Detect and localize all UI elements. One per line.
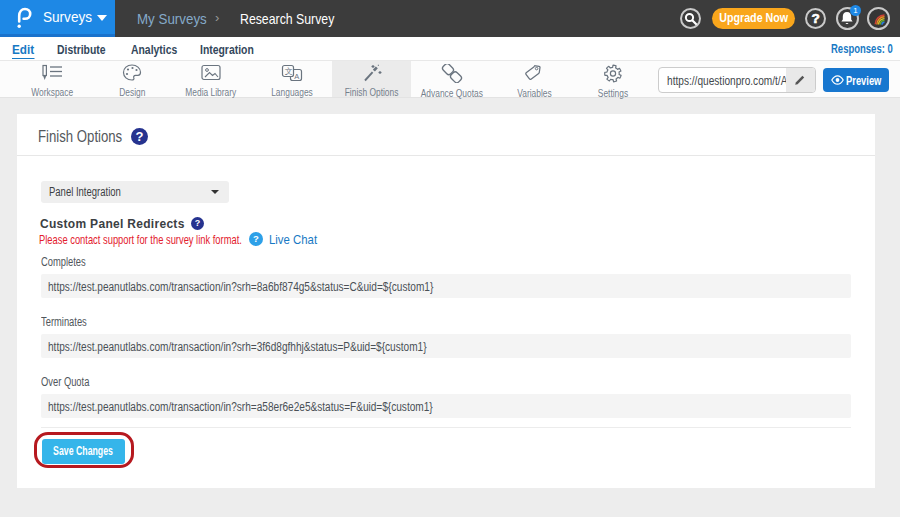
svg-text:文: 文 xyxy=(285,67,293,76)
svg-text:A: A xyxy=(294,72,299,81)
